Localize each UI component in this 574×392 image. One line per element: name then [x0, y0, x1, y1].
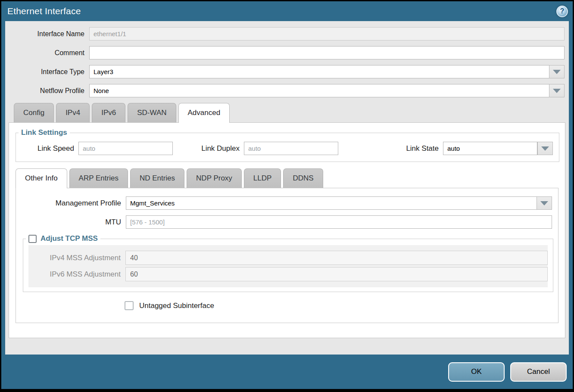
netflow-profile-label: Netflow Profile [5, 87, 89, 95]
link-speed-group: Link Speed [16, 142, 173, 155]
link-state-value[interactable] [443, 142, 537, 155]
ipv4-mss-label: IPv4 MSS Adjustment [28, 254, 125, 262]
title-bar: Ethernet Interface ? [1, 1, 573, 21]
link-state-dropdown[interactable] [443, 142, 553, 155]
dialog-footer: OK Cancel [1, 355, 573, 389]
chevron-down-icon [553, 89, 561, 93]
adjust-tcp-mss-checkbox[interactable] [28, 235, 37, 243]
interface-type-value[interactable] [89, 65, 549, 78]
tab-ddns[interactable]: DDNS [283, 168, 323, 188]
interface-type-dropdown[interactable] [89, 65, 565, 78]
tab-sdwan[interactable]: SD-WAN [128, 103, 176, 122]
dialog-body: Interface Name Comment Interface Type Ne… [5, 21, 569, 355]
link-duplex-label: Link Duplex [173, 144, 244, 153]
ok-button[interactable]: OK [448, 362, 505, 382]
netflow-profile-dropdown-button[interactable] [549, 84, 565, 97]
help-icon[interactable]: ? [556, 6, 568, 17]
interface-name-label: Interface Name [5, 30, 89, 38]
link-state-group: Link State [389, 142, 553, 155]
chevron-down-icon [541, 146, 549, 151]
interface-type-row: Interface Type [5, 65, 565, 78]
link-duplex-group: Link Duplex [173, 142, 338, 155]
untagged-subinterface-label: Untagged Subinterface [139, 302, 214, 310]
link-state-label: Link State [389, 144, 443, 153]
tab-arp-entries[interactable]: ARP Entries [69, 168, 128, 188]
tab-ipv4[interactable]: IPv4 [56, 103, 90, 122]
chevron-down-icon [553, 70, 561, 74]
tab-ndp-proxy[interactable]: NDP Proxy [187, 168, 242, 188]
mss-disabled-panel: IPv4 MSS Adjustment IPv6 MSS Adjustment [28, 245, 548, 287]
link-settings-fieldset: Link Settings Link Speed Link Duplex Lin… [16, 128, 559, 162]
cancel-button[interactable]: Cancel [510, 362, 567, 382]
comment-field[interactable] [89, 46, 565, 59]
management-profile-dropdown-button[interactable] [537, 196, 552, 210]
management-profile-label: Management Profile [16, 199, 126, 208]
tab-other-info[interactable]: Other Info [16, 168, 67, 188]
netflow-profile-value[interactable] [89, 84, 549, 97]
ipv4-mss-field [125, 251, 548, 265]
tab-advanced[interactable]: Advanced [178, 103, 230, 123]
advanced-tab-panel: Link Settings Link Speed Link Duplex Lin… [9, 122, 565, 338]
link-state-dropdown-button[interactable] [537, 142, 553, 155]
tab-lldp[interactable]: LLDP [244, 168, 281, 188]
ethernet-interface-dialog: Ethernet Interface ? Interface Name Comm… [0, 0, 574, 392]
dialog-title: Ethernet Interface [7, 6, 81, 16]
adjust-tcp-mss-fieldset: Adjust TCP MSS IPv4 MSS Adjustment IPv6 … [23, 234, 553, 292]
ipv6-mss-field [125, 267, 548, 281]
ipv6-mss-label: IPv6 MSS Adjustment [28, 270, 125, 279]
management-profile-value[interactable] [126, 196, 537, 210]
link-duplex-field[interactable] [244, 142, 338, 155]
other-info-panel: Management Profile MTU [16, 188, 558, 323]
comment-row: Comment [5, 46, 565, 59]
ipv6-mss-row: IPv6 MSS Adjustment [28, 267, 548, 281]
link-settings-legend: Link Settings [19, 128, 70, 137]
chevron-down-icon [540, 201, 548, 205]
link-speed-field[interactable] [78, 142, 173, 155]
untagged-subinterface-row: Untagged Subinterface [125, 301, 558, 310]
interface-type-label: Interface Type [5, 68, 89, 76]
comment-label: Comment [5, 49, 89, 57]
tab-config[interactable]: Config [14, 103, 54, 122]
mtu-row: MTU [16, 215, 552, 229]
management-profile-dropdown[interactable] [126, 196, 552, 210]
interface-name-field [89, 27, 565, 40]
tab-ipv6[interactable]: IPv6 [92, 103, 125, 122]
ipv4-mss-row: IPv4 MSS Adjustment [28, 251, 548, 265]
mtu-field[interactable] [126, 215, 552, 229]
netflow-profile-row: Netflow Profile [5, 84, 565, 97]
link-speed-label: Link Speed [16, 144, 78, 153]
sub-tab-strip: Other Info ARP Entries ND Entries NDP Pr… [16, 168, 565, 188]
main-tab-strip: Config IPv4 IPv6 SD-WAN Advanced [14, 103, 569, 122]
adjust-tcp-mss-legend: Adjust TCP MSS [26, 234, 100, 243]
management-profile-row: Management Profile [16, 196, 552, 210]
mtu-label: MTU [16, 218, 126, 227]
interface-name-row: Interface Name [5, 27, 565, 40]
top-form: Interface Name Comment Interface Type Ne… [5, 21, 569, 97]
adjust-tcp-mss-legend-text: Adjust TCP MSS [41, 234, 98, 243]
tab-nd-entries[interactable]: ND Entries [130, 168, 184, 188]
interface-type-dropdown-button[interactable] [549, 65, 565, 78]
link-settings-row: Link Speed Link Duplex Link State [16, 142, 553, 155]
untagged-subinterface-checkbox[interactable] [125, 301, 134, 310]
netflow-profile-dropdown[interactable] [89, 84, 565, 97]
